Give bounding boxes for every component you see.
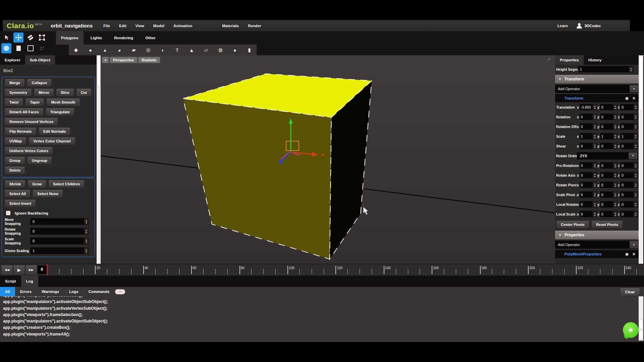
spinner[interactable]: ▲▼ (613, 163, 618, 168)
spinner[interactable]: ▲▼ (634, 201, 638, 207)
spinner[interactable]: ▲▼ (593, 163, 597, 168)
dropdown-arrow-icon[interactable]: ▼ (629, 153, 637, 159)
scale-pivot-y-input[interactable]: 0▲▼ (600, 191, 618, 198)
rotate-snapping-input[interactable]: 0▲▼ (30, 228, 89, 235)
detach-all-faces-button[interactable]: Detach All Faces (5, 108, 44, 116)
help-chat-bubble[interactable]: ★ (623, 322, 639, 338)
primitive-ball-icon[interactable]: ● (231, 47, 238, 53)
commands-toggle-badge[interactable]: 20 (115, 289, 125, 294)
reset-pivots-button[interactable]: Reset Pivots (591, 221, 623, 229)
local-scale-z-input[interactable]: 0▲▼ (620, 211, 638, 217)
edit-normals-button[interactable]: Edit Normals (39, 128, 71, 135)
move-snapping-input[interactable]: 0▲▼ (30, 218, 89, 225)
spinner[interactable]: ▲▼ (634, 172, 638, 178)
filter-errors[interactable]: Errors (15, 287, 37, 296)
pre-rotation-y-input[interactable]: 0▲▼ (600, 162, 618, 169)
spinner[interactable]: ▲▼ (613, 172, 618, 178)
translation-z-input[interactable]: 0▲▼ (620, 104, 638, 110)
menu-view[interactable]: View (136, 24, 144, 28)
tab-polygons[interactable]: Polygons (56, 31, 84, 45)
spinner[interactable]: ▲▼ (593, 182, 597, 188)
menu-materials[interactable]: Materials (222, 24, 239, 28)
rotate-pivot-x-input[interactable]: 0▲▼ (580, 182, 597, 188)
rotation-x-input[interactable]: 0▲▼ (580, 114, 597, 120)
delete-button[interactable]: Delete (5, 167, 25, 174)
face-mode-icon[interactable] (13, 43, 23, 53)
local-scale-y-input[interactable]: 0▲▼ (600, 211, 618, 217)
properties-scrollbar[interactable] (639, 55, 643, 264)
spinner[interactable]: ▲▼ (634, 182, 638, 188)
left-panel-scrollbar[interactable] (97, 55, 101, 264)
visibility-eye-icon[interactable]: ◉ (625, 96, 629, 101)
spinner[interactable]: ▲▼ (634, 104, 638, 110)
spinner[interactable]: ▲▼ (84, 228, 89, 234)
tab-properties[interactable]: Properties (555, 55, 584, 65)
scale-y-input[interactable]: 1▲▼ (600, 133, 618, 139)
remove-operator-icon[interactable]: × (633, 251, 635, 257)
user-name[interactable]: 3DCodec (584, 24, 601, 28)
expand-viewport-icon[interactable]: ↗ (547, 57, 550, 62)
tab-other[interactable]: Other (140, 31, 161, 45)
primitive-shield-icon[interactable]: ◆ (72, 47, 79, 53)
rotate-tool-icon[interactable] (25, 33, 36, 43)
properties-section-header[interactable]: ▼ Properties (555, 231, 639, 239)
skip-to-start-button[interactable]: ◀◀ (1, 265, 13, 275)
tab-lights[interactable]: Lights (86, 31, 107, 45)
gizmo-scaling-input[interactable]: 1▲▼ (30, 247, 89, 254)
tab-sub-object[interactable]: Sub-Object (25, 55, 55, 65)
spinner[interactable]: ▲▼ (613, 114, 618, 120)
add-operator-dropdown[interactable]: Add Operator ▼ (555, 85, 639, 93)
spinner[interactable]: ▲▼ (634, 133, 638, 139)
spinner[interactable]: ▲▼ (613, 211, 618, 217)
spinner[interactable]: ▲▼ (593, 104, 597, 110)
rotation-offset-x-input[interactable]: 0▲▼ (580, 123, 597, 130)
rotate-pivot-z-input[interactable]: 0▲▼ (620, 182, 638, 188)
tab-history[interactable]: History (584, 55, 606, 65)
spinner[interactable]: ▲▼ (634, 143, 638, 149)
taper-button[interactable]: Taper (25, 99, 44, 106)
spinner[interactable]: ▲▼ (613, 124, 618, 129)
spinner[interactable]: ▲▼ (84, 248, 89, 254)
shear-x-input[interactable]: 0▲▼ (580, 143, 597, 149)
local-rotate-z-input[interactable]: 0▲▼ (620, 201, 638, 207)
scale-pivot-x-input[interactable]: 0▲▼ (580, 191, 597, 198)
camera-mode-button[interactable]: Perspective (110, 57, 137, 63)
scale-tool-icon[interactable] (37, 33, 47, 43)
mirror-button[interactable]: Mirror (34, 89, 54, 97)
filter-all[interactable]: All (0, 287, 15, 296)
pre-rotation-x-input[interactable]: 0▲▼ (580, 162, 597, 169)
tab-explorer[interactable]: Explorer (0, 55, 25, 65)
play-button[interactable]: ▶ (13, 265, 25, 275)
spinner[interactable]: ▲▼ (613, 104, 618, 110)
spinner[interactable]: ▲▼ (593, 143, 597, 149)
center-pivots-button[interactable]: Center Pivots (556, 221, 589, 229)
rotation-z-input[interactable]: 0▲▼ (620, 114, 638, 120)
primitive-sphere-icon[interactable]: ● (87, 47, 94, 53)
filter-logs[interactable]: Logs (64, 287, 83, 296)
scale-z-input[interactable]: 1▲▼ (620, 133, 638, 139)
scale-snapping-input[interactable]: 0▲▼ (30, 238, 89, 244)
spinner[interactable]: ▲▼ (84, 238, 89, 244)
spinner[interactable]: ▲▼ (613, 182, 618, 188)
spinner[interactable]: ▲▼ (634, 192, 638, 197)
spinner[interactable]: ▲▼ (634, 114, 638, 120)
menu-render[interactable]: Render (248, 24, 261, 28)
ungroup-button[interactable]: Ungroup (27, 157, 52, 165)
rotate-order-select[interactable]: ZYX ▼ (577, 152, 638, 160)
tab-rendering[interactable]: Rendering (109, 31, 138, 45)
shear-y-input[interactable]: 0▲▼ (600, 143, 618, 149)
select-tool-icon[interactable] (2, 33, 12, 43)
skip-to-end-button[interactable]: ▶▶ (25, 265, 37, 275)
primitive-teapot-icon[interactable]: ◕ (116, 47, 123, 53)
shrink-button[interactable]: Shrink (5, 180, 25, 188)
rotation-offset-z-input[interactable]: 0▲▼ (620, 123, 638, 130)
local-rotate-x-input[interactable]: 0▲▼ (580, 201, 597, 207)
primitive-capsule-icon[interactable]: ▮ (246, 47, 253, 53)
tab-log[interactable]: Log (21, 276, 38, 287)
select-invert-button[interactable]: Select Invert (5, 200, 36, 207)
ignore-backfacing-checkbox[interactable] (6, 211, 10, 215)
slice-button[interactable]: Slice (56, 89, 74, 97)
height-segments-input[interactable]: 1 ▲▼ (578, 66, 634, 72)
spinner[interactable]: ▲▼ (593, 114, 597, 120)
translation-x-input[interactable]: -5.850▲▼ (580, 104, 597, 110)
